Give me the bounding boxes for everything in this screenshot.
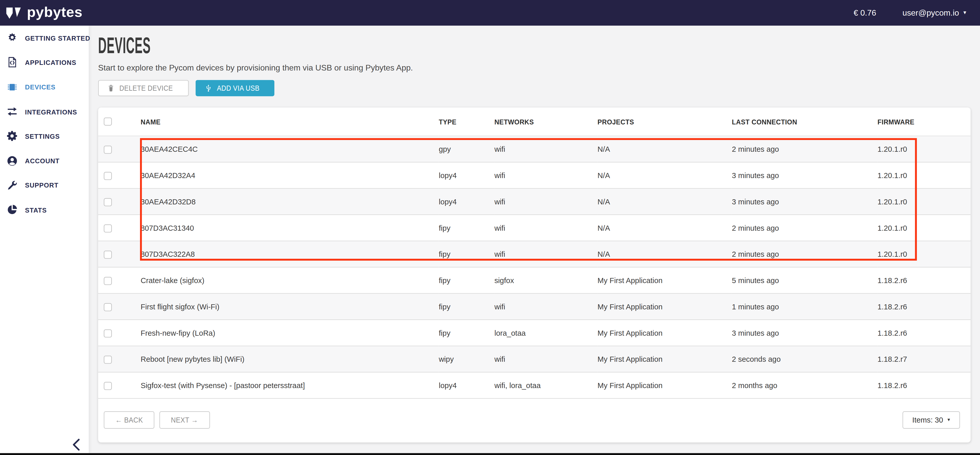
device-firmware: 1.20.1.r0	[878, 145, 907, 153]
back-button[interactable]: ← BACK	[104, 411, 154, 429]
add-via-usb-button[interactable]: ADD VIA USB	[196, 80, 274, 96]
sidebar-item-label: SUPPORT	[25, 181, 59, 189]
user-menu[interactable]: user@pycom.io ▾	[903, 8, 966, 18]
usb-icon	[205, 84, 213, 92]
logo-text: pybytes	[27, 5, 83, 21]
sidebar-item-settings[interactable]: SETTINGS	[0, 124, 89, 148]
sidebar-item-devices[interactable]: DEVICES	[0, 75, 89, 99]
sidebar: GETTING STARTEDAPPLICATIONSDEVICESINTEGR…	[0, 25, 89, 453]
row-checkbox[interactable]	[104, 145, 112, 154]
delete-device-button[interactable]: DELETE DEVICE	[98, 80, 189, 96]
row-checkbox[interactable]	[104, 198, 112, 206]
wrench-icon	[6, 179, 18, 191]
sidebar-item-integrations[interactable]: INTEGRATIONS	[0, 99, 89, 124]
device-projects: N/A	[598, 250, 610, 258]
device-projects: N/A	[598, 171, 610, 180]
device-name: Reboot [new pybytes lib] (WiFi)	[140, 355, 244, 363]
column-header: PROJECTS	[598, 108, 732, 136]
sidebar-item-support[interactable]: SUPPORT	[0, 173, 89, 197]
sidebar-item-stats[interactable]: STATS	[0, 197, 89, 222]
table-row[interactable]: 30AEA42D32D8lopy4wifiN/A3 minutes ago1.2…	[98, 189, 970, 215]
device-name: 30AEA42D32D8	[140, 197, 196, 206]
items-per-page-dropdown[interactable]: Items: 30 ▾	[902, 411, 960, 429]
sidebar-item-getting-started[interactable]: GETTING STARTED	[0, 25, 89, 50]
sidebar-collapse-button[interactable]	[72, 438, 81, 448]
device-networks: wifi	[494, 355, 505, 363]
device-networks: lora_otaa	[494, 329, 525, 337]
page-subtitle: Start to explore the Pycom devices by pr…	[98, 63, 970, 73]
device-projects: My First Application	[598, 355, 663, 363]
row-checkbox[interactable]	[104, 172, 112, 180]
device-last-connection: 2 months ago	[732, 381, 777, 390]
device-type: lopy4	[439, 171, 457, 180]
chevron-down-icon: ▾	[948, 417, 950, 423]
device-projects: My First Application	[598, 381, 663, 390]
column-header: NETWORKS	[494, 108, 598, 136]
pybytes-logo-icon	[6, 5, 22, 21]
device-type: fipy	[439, 302, 450, 311]
device-type: wipy	[439, 355, 454, 363]
chevron-left-icon	[72, 438, 81, 451]
device-last-connection: 2 minutes ago	[732, 224, 779, 232]
device-networks: wifi	[494, 145, 505, 153]
device-last-connection: 2 minutes ago	[732, 145, 779, 153]
chip-icon	[6, 81, 18, 93]
device-networks: wifi, lora_otaa	[494, 381, 541, 390]
next-button[interactable]: NEXT →	[159, 411, 210, 429]
table-row[interactable]: Crater-lake (sigfox)fipysigfoxMy First A…	[98, 267, 970, 294]
row-checkbox[interactable]	[104, 329, 112, 337]
table-row[interactable]: First flight sigfox (Wi-Fi)fipywifiMy Fi…	[98, 294, 970, 320]
device-last-connection: 3 minutes ago	[732, 197, 779, 206]
device-projects: My First Application	[598, 276, 663, 285]
device-firmware: 1.18.2.r6	[878, 302, 907, 311]
device-name: 30AEA42D32A4	[140, 171, 195, 180]
row-checkbox[interactable]	[104, 303, 112, 311]
gear-icon	[6, 130, 18, 142]
device-type: fipy	[439, 276, 450, 285]
device-networks: wifi	[494, 302, 505, 311]
row-checkbox[interactable]	[104, 224, 112, 232]
sidebar-item-account[interactable]: ACCOUNT	[0, 148, 89, 173]
table-row[interactable]: 807D3AC31340fipywifiN/A2 minutes ago1.20…	[98, 215, 970, 241]
pagination: ← BACK NEXT → Items: 30 ▾	[104, 411, 960, 429]
row-checkbox[interactable]	[104, 250, 112, 259]
top-navbar: pybytes € 0.76 user@pycom.io ▾	[0, 0, 980, 25]
trash-icon	[107, 84, 115, 92]
row-checkbox[interactable]	[104, 355, 112, 364]
device-type: fipy	[439, 224, 450, 232]
device-name: Fresh-new-fipy (LoRa)	[140, 329, 215, 337]
device-name: First flight sigfox (Wi-Fi)	[140, 302, 219, 311]
page-title: DEVICES	[98, 35, 970, 56]
device-last-connection: 3 minutes ago	[732, 171, 779, 180]
sidebar-item-applications[interactable]: APPLICATIONS	[0, 50, 89, 75]
device-projects: N/A	[598, 145, 610, 153]
table-row[interactable]: Sigfox-test (with Pysense) - [pastoor pe…	[98, 372, 970, 399]
select-all-checkbox[interactable]	[104, 118, 112, 126]
screen-bottom-edge	[0, 453, 980, 455]
user-icon	[6, 155, 18, 167]
devices-table-card: NAMETYPENETWORKSPROJECTSLAST CONNECTIONF…	[98, 108, 970, 442]
device-type: gpy	[439, 145, 451, 153]
device-last-connection: 2 minutes ago	[732, 250, 779, 258]
table-row[interactable]: 807D3AC322A8fipywifiN/A2 minutes ago1.20…	[98, 241, 970, 267]
device-name: Crater-lake (sigfox)	[140, 276, 204, 285]
sidebar-item-label: SETTINGS	[25, 132, 60, 140]
table-row[interactable]: 30AEA42CEC4CgpywifiN/A2 minutes ago1.20.…	[98, 136, 970, 162]
row-checkbox[interactable]	[104, 277, 112, 285]
column-header: LAST CONNECTION	[732, 108, 878, 136]
screen: pybytes € 0.76 user@pycom.io ▾ GETTING S…	[0, 0, 980, 455]
sidebar-item-label: APPLICATIONS	[25, 59, 76, 66]
pybytes-logo[interactable]: pybytes	[6, 5, 83, 21]
code-file-icon	[6, 56, 18, 68]
device-projects: My First Application	[598, 302, 663, 311]
device-name: 807D3AC31340	[140, 224, 194, 232]
transfer-arrows-icon	[6, 106, 18, 118]
device-projects: My First Application	[598, 329, 663, 337]
table-row[interactable]: Reboot [new pybytes lib] (WiFi)wipywifiM…	[98, 346, 970, 372]
row-checkbox[interactable]	[104, 382, 112, 390]
device-firmware: 1.20.1.r0	[878, 197, 907, 206]
device-networks: wifi	[494, 197, 505, 206]
table-row[interactable]: 30AEA42D32A4lopy4wifiN/A3 minutes ago1.2…	[98, 162, 970, 189]
device-networks: sigfox	[494, 276, 514, 285]
table-row[interactable]: Fresh-new-fipy (LoRa)fipylora_otaaMy Fir…	[98, 320, 970, 346]
